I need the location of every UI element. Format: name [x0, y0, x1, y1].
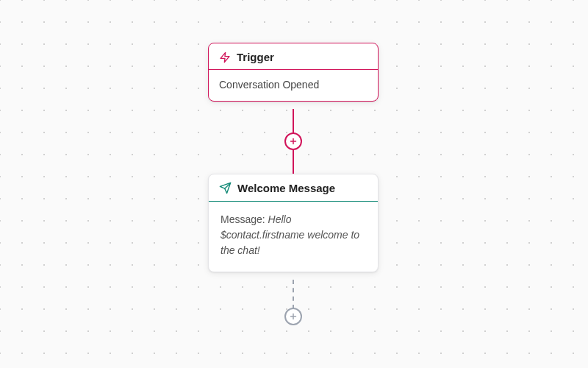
plus-icon: [289, 312, 298, 321]
plus-icon: [289, 137, 298, 146]
trigger-node-body: Conversation Opened: [209, 70, 378, 101]
add-step-button-top[interactable]: [284, 132, 302, 150]
message-label: Message:: [220, 213, 268, 225]
trigger-node[interactable]: Trigger Conversation Opened: [208, 43, 379, 102]
trigger-node-header: Trigger: [209, 43, 378, 70]
svg-marker-0: [220, 52, 229, 62]
add-step-button-bottom[interactable]: [284, 308, 302, 325]
lightning-icon: [219, 52, 231, 63]
connector-welcome-to-next: [293, 280, 294, 309]
welcome-node-title: Welcome Message: [237, 182, 335, 194]
trigger-node-title: Trigger: [237, 51, 274, 63]
welcome-node-header: Welcome Message: [209, 174, 378, 202]
welcome-node-body: Message: Hello $contact.firstname welcom…: [209, 202, 378, 272]
send-icon: [219, 182, 232, 194]
automation-canvas[interactable]: Trigger Conversation Opened Welcome Mess…: [0, 0, 588, 368]
welcome-message-node[interactable]: Welcome Message Message: Hello $contact.…: [208, 174, 379, 272]
